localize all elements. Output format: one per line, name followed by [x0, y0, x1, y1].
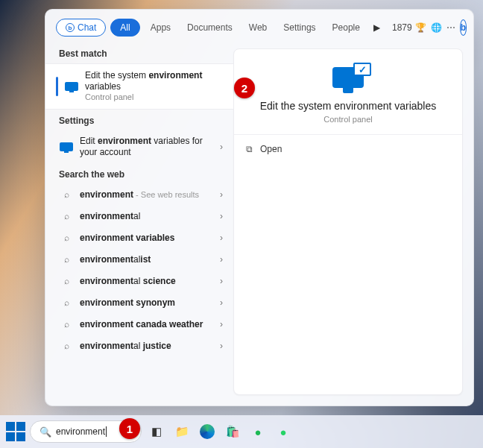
best-match-sub: Control panel — [85, 92, 227, 103]
more-options-icon[interactable]: ⋯ — [446, 22, 455, 33]
search-icon: ⌕ — [59, 319, 74, 329]
task-view-icon[interactable]: ◧ — [146, 421, 167, 442]
chevron-right-icon: › — [220, 254, 223, 265]
open-label: Open — [260, 144, 282, 154]
search-icon: ⌕ — [59, 297, 74, 308]
chevron-right-icon: › — [220, 189, 223, 200]
web-item-label: environmentalist — [80, 254, 214, 265]
preview-pane: ✓ Edit the system environment variables … — [233, 48, 463, 395]
store-icon[interactable]: 🛍️ — [222, 421, 243, 442]
best-match-item[interactable]: Edit the system environment variables Co… — [45, 63, 233, 110]
tab-apps[interactable]: Apps — [145, 19, 177, 36]
chevron-right-icon: › — [220, 319, 223, 329]
web-result-item[interactable]: ⌕environmental justice› — [45, 335, 233, 357]
bing-chat-icon: b — [66, 23, 75, 32]
search-query-text: environment — [56, 426, 107, 437]
rewards-points[interactable]: 1879 🏆 — [392, 22, 426, 33]
results-list: Best match Edit the system environment v… — [45, 42, 233, 406]
best-match-title: Edit the system environment variables — [85, 70, 227, 92]
tab-chat-label: Chat — [78, 22, 96, 33]
tab-people[interactable]: People — [326, 19, 366, 36]
search-icon: ⌕ — [59, 254, 74, 265]
web-result-item[interactable]: ⌕environment synonym› — [45, 292, 233, 314]
annotation-step-2: 2 — [234, 78, 255, 98]
section-web: Search the web — [45, 163, 233, 184]
start-button[interactable] — [6, 422, 25, 441]
monitor-large-icon: ✓ — [332, 67, 364, 88]
web-item-label: environment - See web results — [80, 189, 214, 201]
web-result-item[interactable]: ⌕environment canada weather› — [45, 314, 233, 335]
rewards-count: 1879 — [392, 22, 412, 33]
spotify-icon[interactable]: ● — [247, 421, 268, 442]
web-item-label: environment synonym — [80, 297, 214, 309]
preview-title: Edit the system environment variables — [260, 100, 437, 112]
web-item-label: environmental justice — [80, 341, 214, 352]
section-best-match: Best match — [45, 42, 233, 63]
chevron-right-icon: › — [220, 341, 223, 351]
checkmark-icon: ✓ — [353, 63, 371, 76]
tab-chat[interactable]: b Chat — [56, 19, 106, 37]
web-item-label: environment variables — [80, 233, 214, 244]
selection-indicator — [56, 77, 58, 96]
web-result-item[interactable]: ⌕environment variables› — [45, 227, 233, 249]
search-icon: ⌕ — [59, 341, 74, 351]
search-flyout: b Chat All Apps Documents Web Settings P… — [45, 9, 474, 406]
file-explorer-icon[interactable]: 📁 — [171, 421, 192, 442]
more-tabs-icon[interactable]: ▶ — [370, 22, 383, 33]
web-result-item[interactable]: ⌕environmental› — [45, 206, 233, 227]
web-result-item[interactable]: ⌕environment - See web results› — [45, 184, 233, 206]
settings-result-item[interactable]: Edit environment variables for your acco… — [45, 130, 233, 163]
chevron-right-icon: › — [220, 211, 223, 221]
search-icon: ⌕ — [59, 233, 74, 243]
chevron-right-icon: › — [220, 233, 223, 243]
chevron-right-icon: › — [220, 276, 223, 286]
edge-icon[interactable] — [197, 421, 218, 442]
settings-item-label: Edit environment variables for your acco… — [80, 136, 214, 158]
search-icon: 🔍 — [40, 426, 51, 438]
monitor-icon — [59, 142, 74, 151]
search-icon: ⌕ — [59, 189, 74, 200]
bing-icon[interactable]: b — [460, 19, 467, 36]
preview-sub: Control panel — [323, 115, 372, 124]
section-settings: Settings — [45, 110, 233, 130]
monitor-icon — [64, 82, 79, 91]
search-icon: ⌕ — [59, 211, 74, 221]
tab-web[interactable]: Web — [243, 19, 273, 36]
annotation-step-1: 1 — [119, 418, 140, 439]
search-icon: ⌕ — [59, 276, 74, 286]
trophy-icon: 🏆 — [415, 22, 426, 33]
chevron-right-icon: › — [220, 142, 223, 152]
web-result-item[interactable]: ⌕environmentalist› — [45, 249, 233, 271]
whatsapp-icon[interactable]: ● — [273, 421, 294, 442]
chevron-right-icon: › — [220, 297, 223, 308]
taskbar: 🔍 environment ◧ 📁 🛍️ ● ● — [0, 415, 483, 448]
tab-documents[interactable]: Documents — [181, 19, 239, 36]
web-item-label: environmental science — [80, 276, 214, 287]
web-result-item[interactable]: ⌕environmental science› — [45, 271, 233, 292]
tab-all[interactable]: All — [110, 19, 139, 37]
language-icon[interactable]: 🌐 — [431, 22, 442, 33]
web-item-label: environmental — [80, 211, 214, 222]
search-tabs: b Chat All Apps Documents Web Settings P… — [45, 10, 473, 42]
open-action[interactable]: ⧉ Open — [234, 135, 462, 163]
web-item-label: environment canada weather — [80, 319, 214, 330]
tab-settings[interactable]: Settings — [277, 19, 321, 36]
open-icon: ⧉ — [246, 144, 253, 154]
